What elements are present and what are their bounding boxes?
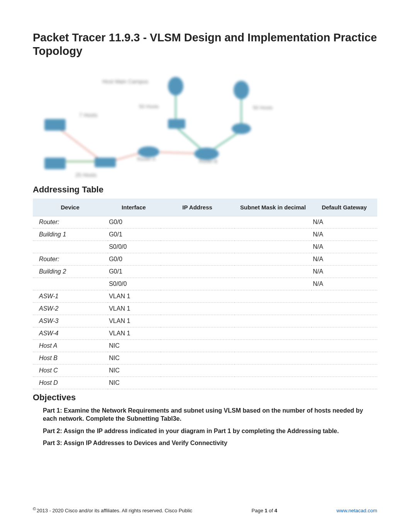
page-indicator: Page 1 of 4 bbox=[252, 508, 278, 513]
cell-device: Host A bbox=[33, 340, 107, 352]
cell-ip bbox=[160, 216, 235, 228]
topology-label: 50 Hosts bbox=[139, 104, 159, 109]
cell-gateway bbox=[312, 327, 377, 340]
cell-interface: G0/0 bbox=[107, 216, 160, 228]
cell-gateway: N/A bbox=[312, 253, 377, 265]
objective-item: Part 2: Assign the IP address indicated … bbox=[43, 427, 377, 435]
cell-gateway bbox=[312, 352, 377, 364]
cell-mask bbox=[235, 364, 312, 377]
cell-gateway bbox=[312, 290, 377, 303]
cell-interface: NIC bbox=[107, 352, 160, 364]
addressing-table-heading: Addressing Table bbox=[33, 185, 377, 195]
cell-device: Host B bbox=[33, 352, 107, 364]
svg-rect-13 bbox=[168, 119, 185, 129]
objective-item: Part 3: Assign IP Addresses to Devices a… bbox=[43, 439, 377, 447]
cell-gateway: N/A bbox=[312, 265, 377, 278]
topology-label: 25 Hosts bbox=[75, 172, 97, 178]
cell-ip bbox=[160, 303, 235, 315]
cell-ip bbox=[160, 228, 235, 241]
svg-point-14 bbox=[168, 77, 183, 95]
table-row: S0/0/0N/A bbox=[33, 278, 377, 290]
cell-interface: NIC bbox=[107, 364, 160, 377]
col-device: Device bbox=[33, 199, 107, 216]
topology-label: 7 Hosts bbox=[79, 112, 97, 118]
cell-gateway: N/A bbox=[312, 228, 377, 241]
table-row: Host CNIC bbox=[33, 364, 377, 377]
col-gateway: Default Gateway bbox=[312, 199, 377, 216]
document-title: Packet Tracer 11.9.3 - VLSM Design and I… bbox=[33, 31, 377, 58]
topology-label: 50 Hosts bbox=[253, 105, 273, 110]
cell-mask bbox=[235, 303, 312, 315]
cell-device: Router: bbox=[33, 216, 107, 228]
cell-gateway bbox=[312, 340, 377, 352]
cell-interface: VLAN 1 bbox=[107, 315, 160, 327]
cell-device: Host C bbox=[33, 364, 107, 377]
cell-gateway: N/A bbox=[312, 241, 377, 253]
cell-mask bbox=[235, 265, 312, 278]
svg-point-12 bbox=[194, 148, 219, 160]
cell-device bbox=[33, 278, 107, 290]
svg-rect-9 bbox=[44, 158, 66, 169]
cell-mask bbox=[235, 352, 312, 364]
table-row: Router:G0/0N/A bbox=[33, 216, 377, 228]
svg-point-11 bbox=[138, 146, 159, 157]
svg-point-16 bbox=[234, 81, 249, 99]
table-row: ASW-2VLAN 1 bbox=[33, 303, 377, 315]
cell-gateway bbox=[312, 303, 377, 315]
cell-interface: S0/0/0 bbox=[107, 278, 160, 290]
cell-interface: NIC bbox=[107, 377, 160, 389]
cell-interface: G0/1 bbox=[107, 265, 160, 278]
table-header-row: Device Interface IP Address Subnet Mask … bbox=[33, 199, 377, 216]
table-row: ASW-4VLAN 1 bbox=[33, 327, 377, 340]
cell-device: Host D bbox=[33, 377, 107, 389]
cell-mask bbox=[235, 290, 312, 303]
table-row: S0/0/0N/A bbox=[33, 241, 377, 253]
netacad-link[interactable]: www.netacad.com bbox=[336, 508, 377, 513]
table-row: Host ANIC bbox=[33, 340, 377, 352]
cell-interface: S0/0/0 bbox=[107, 241, 160, 253]
table-row: ASW-3VLAN 1 bbox=[33, 315, 377, 327]
cell-interface: G0/0 bbox=[107, 253, 160, 265]
svg-rect-10 bbox=[95, 158, 116, 167]
col-mask: Subnet Mask in decimal bbox=[235, 199, 312, 216]
table-row: Router:G0/0N/A bbox=[33, 253, 377, 265]
addressing-table: Device Interface IP Address Subnet Mask … bbox=[33, 199, 377, 389]
cell-interface: NIC bbox=[107, 340, 160, 352]
topology-label: Router-A bbox=[137, 156, 156, 162]
topology-label: Host Main Campus bbox=[102, 78, 148, 85]
cell-device: ASW-2 bbox=[33, 303, 107, 315]
cell-device bbox=[33, 241, 107, 253]
cell-ip bbox=[160, 278, 235, 290]
cell-gateway: N/A bbox=[312, 216, 377, 228]
cell-interface: G0/1 bbox=[107, 228, 160, 241]
table-row: Building 2G0/1N/A bbox=[33, 265, 377, 278]
cell-ip bbox=[160, 265, 235, 278]
svg-rect-8 bbox=[44, 119, 66, 131]
cell-mask bbox=[235, 216, 312, 228]
cell-device: ASW-4 bbox=[33, 327, 107, 340]
objectives-list: Part 1: Examine the Network Requirements… bbox=[33, 406, 377, 447]
footer: 2013 - 2020 Cisco and/or its affiliates.… bbox=[33, 507, 377, 513]
cell-ip bbox=[160, 253, 235, 265]
cell-ip bbox=[160, 377, 235, 389]
cell-gateway bbox=[312, 377, 377, 389]
table-row: ASW-1VLAN 1 bbox=[33, 290, 377, 303]
cell-mask bbox=[235, 327, 312, 340]
cell-ip bbox=[160, 315, 235, 327]
cell-interface: VLAN 1 bbox=[107, 303, 160, 315]
cell-ip bbox=[160, 241, 235, 253]
cell-device: Router: bbox=[33, 253, 107, 265]
topology-label: Router-B bbox=[199, 159, 217, 164]
col-ip: IP Address bbox=[160, 199, 235, 216]
cell-mask bbox=[235, 315, 312, 327]
table-row: Building 1G0/1N/A bbox=[33, 228, 377, 241]
cell-device: ASW-3 bbox=[33, 315, 107, 327]
cell-ip bbox=[160, 352, 235, 364]
cell-device: Building 1 bbox=[33, 228, 107, 241]
cell-mask bbox=[235, 340, 312, 352]
cell-ip bbox=[160, 327, 235, 340]
cell-mask bbox=[235, 377, 312, 389]
cell-mask bbox=[235, 241, 312, 253]
cell-device: ASW-1 bbox=[33, 290, 107, 303]
cell-gateway bbox=[312, 315, 377, 327]
